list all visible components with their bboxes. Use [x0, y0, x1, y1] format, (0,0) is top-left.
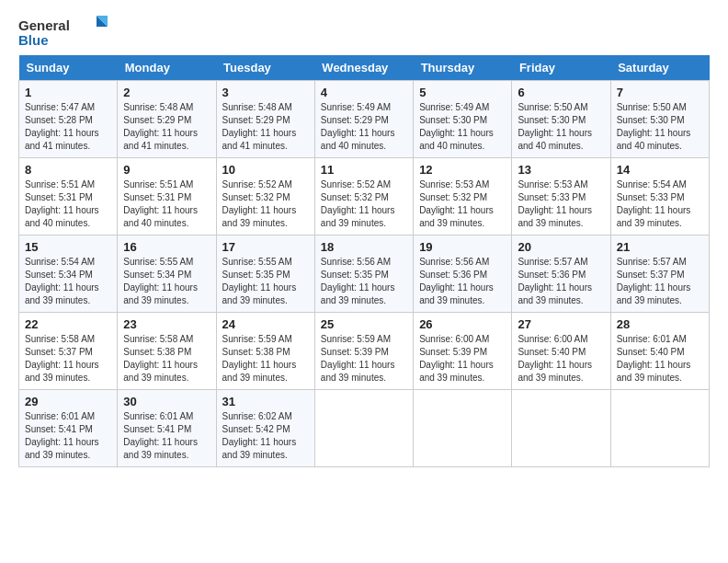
day-info: Sunrise: 5:49 AM Sunset: 5:30 PM Dayligh…	[419, 101, 506, 153]
logo: General Blue	[18, 14, 110, 51]
calendar-day-cell: 5 Sunrise: 5:49 AM Sunset: 5:30 PM Dayli…	[414, 81, 512, 158]
svg-text:Blue: Blue	[18, 32, 49, 48]
sunset-label: Sunset: 5:29 PM	[222, 115, 290, 125]
day-info: Sunrise: 6:01 AM Sunset: 5:41 PM Dayligh…	[123, 410, 210, 462]
sunset-label: Sunset: 5:38 PM	[123, 347, 191, 357]
day-number: 18	[321, 240, 407, 254]
sunrise-label: Sunrise: 5:53 AM	[518, 179, 587, 190]
day-number: 12	[419, 163, 506, 177]
daylight-label: Daylight: 11 hours and 41 minutes.	[25, 128, 99, 151]
sunset-label: Sunset: 5:40 PM	[617, 347, 685, 357]
day-info: Sunrise: 6:01 AM Sunset: 5:41 PM Dayligh…	[25, 410, 111, 462]
day-of-week-header: Tuesday	[216, 55, 314, 81]
day-number: 13	[518, 163, 604, 177]
day-number: 4	[321, 86, 407, 99]
sunrise-label: Sunrise: 5:48 AM	[222, 102, 292, 112]
daylight-label: Daylight: 11 hours and 39 minutes.	[419, 282, 494, 305]
day-info: Sunrise: 5:49 AM Sunset: 5:29 PM Dayligh…	[321, 101, 407, 153]
sunrise-label: Sunrise: 5:49 AM	[321, 102, 391, 112]
day-info: Sunrise: 5:48 AM Sunset: 5:29 PM Dayligh…	[222, 101, 309, 153]
calendar-day-cell: 17 Sunrise: 5:55 AM Sunset: 5:35 PM Dayl…	[216, 236, 314, 313]
day-number: 23	[123, 317, 210, 331]
sunset-label: Sunset: 5:34 PM	[123, 270, 191, 280]
day-info: Sunrise: 5:48 AM Sunset: 5:29 PM Dayligh…	[123, 101, 210, 153]
calendar-day-cell: 1 Sunrise: 5:47 AM Sunset: 5:28 PM Dayli…	[19, 81, 118, 158]
calendar-day-cell: 18 Sunrise: 5:56 AM Sunset: 5:35 PM Dayl…	[314, 236, 413, 313]
calendar-week-row: 29 Sunrise: 6:01 AM Sunset: 5:41 PM Dayl…	[19, 390, 710, 467]
calendar-header-row: SundayMondayTuesdayWednesdayThursdayFrid…	[19, 55, 710, 81]
day-info: Sunrise: 5:56 AM Sunset: 5:36 PM Dayligh…	[419, 256, 506, 307]
sunset-label: Sunset: 5:40 PM	[518, 347, 586, 357]
day-number: 30	[123, 395, 210, 408]
sunset-label: Sunset: 5:39 PM	[419, 347, 487, 357]
sunrise-label: Sunrise: 5:51 AM	[123, 179, 193, 190]
sunset-label: Sunset: 5:32 PM	[321, 192, 389, 202]
daylight-label: Daylight: 11 hours and 40 minutes.	[419, 128, 494, 151]
sunrise-label: Sunrise: 6:00 AM	[518, 334, 587, 344]
sunrise-label: Sunrise: 5:54 AM	[617, 179, 687, 190]
daylight-label: Daylight: 11 hours and 39 minutes.	[321, 205, 395, 228]
page-header: General Blue	[18, 14, 710, 51]
day-info: Sunrise: 5:54 AM Sunset: 5:33 PM Dayligh…	[617, 178, 703, 230]
calendar-day-cell: 9 Sunrise: 5:51 AM Sunset: 5:31 PM Dayli…	[118, 158, 216, 236]
sunrise-label: Sunrise: 5:58 AM	[123, 334, 193, 344]
sunrise-label: Sunrise: 5:52 AM	[222, 179, 292, 190]
calendar-week-row: 1 Sunrise: 5:47 AM Sunset: 5:28 PM Dayli…	[19, 81, 710, 158]
daylight-label: Daylight: 11 hours and 40 minutes.	[123, 205, 198, 228]
daylight-label: Daylight: 11 hours and 39 minutes.	[617, 205, 691, 228]
calendar-table: SundayMondayTuesdayWednesdayThursdayFrid…	[18, 55, 710, 467]
calendar-day-cell	[314, 390, 413, 467]
svg-text:General: General	[18, 17, 70, 33]
daylight-label: Daylight: 11 hours and 39 minutes.	[518, 205, 592, 228]
calendar-day-cell: 4 Sunrise: 5:49 AM Sunset: 5:29 PM Dayli…	[314, 81, 413, 158]
sunrise-label: Sunrise: 5:51 AM	[25, 179, 95, 190]
daylight-label: Daylight: 11 hours and 39 minutes.	[25, 282, 99, 305]
calendar-day-cell: 25 Sunrise: 5:59 AM Sunset: 5:39 PM Dayl…	[314, 313, 413, 390]
day-info: Sunrise: 5:57 AM Sunset: 5:36 PM Dayligh…	[518, 256, 604, 307]
sunset-label: Sunset: 5:35 PM	[222, 270, 290, 280]
sunrise-label: Sunrise: 5:55 AM	[123, 257, 193, 267]
sunset-label: Sunset: 5:34 PM	[25, 270, 93, 280]
calendar-day-cell	[414, 390, 512, 467]
sunrise-label: Sunrise: 5:59 AM	[321, 334, 391, 344]
sunset-label: Sunset: 5:38 PM	[222, 347, 290, 357]
day-number: 2	[123, 86, 210, 99]
sunset-label: Sunset: 5:39 PM	[321, 347, 389, 357]
sunset-label: Sunset: 5:33 PM	[617, 192, 685, 202]
sunset-label: Sunset: 5:37 PM	[617, 270, 685, 280]
day-number: 5	[419, 86, 506, 99]
day-number: 29	[25, 395, 111, 408]
day-info: Sunrise: 5:55 AM Sunset: 5:34 PM Dayligh…	[123, 256, 210, 307]
daylight-label: Daylight: 11 hours and 39 minutes.	[25, 437, 99, 460]
calendar-week-row: 15 Sunrise: 5:54 AM Sunset: 5:34 PM Dayl…	[19, 236, 710, 313]
day-info: Sunrise: 5:59 AM Sunset: 5:39 PM Dayligh…	[321, 333, 407, 385]
calendar-day-cell: 14 Sunrise: 5:54 AM Sunset: 5:33 PM Dayl…	[610, 158, 709, 236]
daylight-label: Daylight: 11 hours and 39 minutes.	[321, 360, 395, 383]
calendar-week-row: 8 Sunrise: 5:51 AM Sunset: 5:31 PM Dayli…	[19, 158, 710, 236]
day-number: 25	[321, 317, 407, 331]
day-number: 21	[617, 240, 703, 254]
day-info: Sunrise: 6:02 AM Sunset: 5:42 PM Dayligh…	[222, 410, 309, 462]
day-number: 8	[25, 163, 111, 177]
sunset-label: Sunset: 5:28 PM	[25, 115, 93, 125]
calendar-day-cell: 29 Sunrise: 6:01 AM Sunset: 5:41 PM Dayl…	[19, 390, 118, 467]
daylight-label: Daylight: 11 hours and 41 minutes.	[222, 128, 297, 151]
sunset-label: Sunset: 5:30 PM	[419, 115, 487, 125]
day-info: Sunrise: 5:59 AM Sunset: 5:38 PM Dayligh…	[222, 333, 309, 385]
logo-icon: General Blue	[18, 14, 110, 51]
daylight-label: Daylight: 11 hours and 39 minutes.	[123, 282, 198, 305]
daylight-label: Daylight: 11 hours and 39 minutes.	[123, 360, 198, 383]
calendar-day-cell: 24 Sunrise: 5:59 AM Sunset: 5:38 PM Dayl…	[216, 313, 314, 390]
sunset-label: Sunset: 5:30 PM	[617, 115, 685, 125]
day-number: 16	[123, 240, 210, 254]
day-number: 22	[25, 317, 111, 331]
day-info: Sunrise: 5:51 AM Sunset: 5:31 PM Dayligh…	[123, 178, 210, 230]
calendar-day-cell	[610, 390, 709, 467]
calendar-day-cell: 26 Sunrise: 6:00 AM Sunset: 5:39 PM Dayl…	[414, 313, 512, 390]
sunrise-label: Sunrise: 6:02 AM	[222, 411, 292, 421]
sunrise-label: Sunrise: 5:49 AM	[419, 102, 489, 112]
daylight-label: Daylight: 11 hours and 39 minutes.	[222, 205, 297, 228]
calendar-day-cell: 31 Sunrise: 6:02 AM Sunset: 5:42 PM Dayl…	[216, 390, 314, 467]
daylight-label: Daylight: 11 hours and 39 minutes.	[518, 282, 592, 305]
day-number: 3	[222, 86, 309, 99]
